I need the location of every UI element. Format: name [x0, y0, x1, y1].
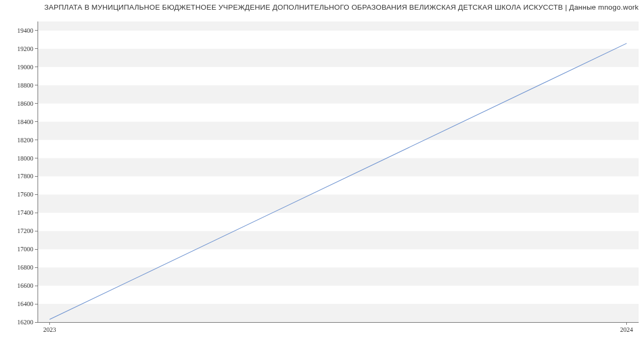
grid-band — [38, 122, 639, 140]
chart-area: 1620016400166001680017000172001740017600… — [0, 16, 644, 338]
x-tick-label: 2023 — [43, 326, 56, 333]
y-tick-label: 17600 — [17, 191, 33, 198]
grid-band — [38, 21, 639, 31]
y-tick-label: 16200 — [17, 318, 33, 326]
y-tick-label: 16600 — [17, 282, 33, 289]
y-tick-label: 19400 — [17, 27, 33, 34]
grid-band — [38, 267, 639, 286]
y-tick-label: 19000 — [17, 63, 33, 71]
y-tick-label: 18400 — [17, 118, 33, 126]
y-tick-label: 18600 — [17, 100, 33, 107]
y-tick-label: 17000 — [17, 245, 33, 253]
x-tick-label: 2024 — [620, 326, 633, 333]
grid-band — [38, 194, 639, 213]
grid-band — [38, 85, 639, 104]
y-tick-label: 16800 — [17, 264, 33, 271]
y-tick-label: 18800 — [17, 82, 33, 89]
y-tick-label: 17800 — [17, 172, 33, 180]
chart-svg: 1620016400166001680017000172001740017600… — [0, 16, 644, 338]
y-tick-label: 17400 — [17, 209, 33, 216]
y-tick-label: 16400 — [17, 300, 33, 308]
grid-band — [38, 304, 639, 322]
y-tick-label: 18200 — [17, 136, 33, 144]
grid-band — [38, 231, 639, 249]
grid-band — [38, 158, 639, 177]
chart-title: ЗАРПЛАТА В МУНИЦИПАЛЬНОЕ БЮДЖЕТНОЕЕ УЧРЕ… — [0, 3, 639, 11]
y-tick-label: 19200 — [17, 45, 33, 53]
grid-band — [38, 49, 639, 67]
y-tick-label: 17200 — [17, 227, 33, 235]
y-tick-label: 18000 — [17, 155, 33, 162]
